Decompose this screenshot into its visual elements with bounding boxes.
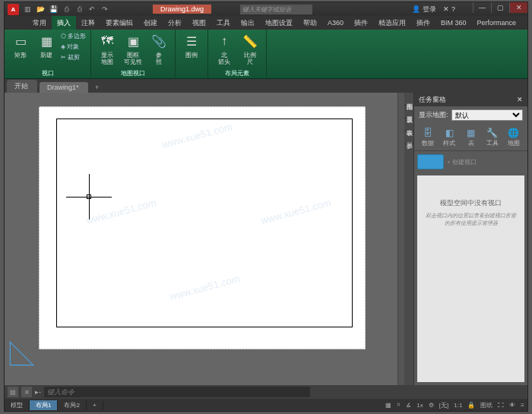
open-icon[interactable]: 📂 bbox=[36, 5, 45, 14]
side-tab[interactable]: 串联表 bbox=[404, 119, 413, 131]
side-tab[interactable]: 图形比例 bbox=[404, 93, 413, 106]
show-map-button[interactable]: 🗺显示 地图 bbox=[96, 31, 119, 66]
saveas-icon[interactable]: ⎙ bbox=[62, 5, 71, 14]
reference-icon: 📎 bbox=[150, 32, 168, 50]
btn-label: 矩形 bbox=[14, 52, 27, 58]
ribbon-tab[interactable]: 插件 bbox=[349, 16, 373, 30]
clip-vp-button[interactable]: ✂裁剪 bbox=[61, 52, 86, 62]
new-viewport-link[interactable]: + 创建视口 bbox=[447, 158, 477, 166]
ribbon-tab[interactable]: Performance bbox=[472, 16, 522, 30]
clip-icon: ✂ bbox=[61, 54, 66, 61]
status-mode[interactable]: 图纸 bbox=[479, 401, 494, 409]
new-tab-button[interactable]: + bbox=[91, 82, 103, 93]
document-tab-start[interactable]: 开始 bbox=[7, 80, 37, 93]
tp-tab-style[interactable]: ◧样式 bbox=[439, 125, 460, 149]
tp-tab-table[interactable]: ▦表 bbox=[460, 125, 481, 149]
polygon-icon: ⬠ bbox=[61, 33, 66, 40]
ribbon-tab[interactable]: 创建 bbox=[138, 16, 163, 30]
polygon-vp-button[interactable]: ⬠多边形 bbox=[61, 31, 86, 41]
ribbon-tab[interactable]: 视图 bbox=[187, 16, 211, 30]
side-tab[interactable]: 参照 bbox=[404, 131, 413, 144]
layout-tab-1[interactable]: 布局1 bbox=[30, 400, 58, 410]
undo-icon[interactable]: ↶ bbox=[87, 5, 97, 14]
object-icon: ◈ bbox=[61, 43, 65, 50]
map-icon: 🗺 bbox=[98, 32, 116, 50]
document-tab-drawing1[interactable]: Drawing1* bbox=[40, 82, 88, 93]
btn-label: 参 照 bbox=[156, 52, 162, 65]
rectangle-viewport-button[interactable]: ▭ 矩形 bbox=[9, 31, 32, 59]
close-button[interactable]: ✕ bbox=[509, 2, 527, 13]
command-input[interactable] bbox=[44, 387, 310, 397]
cmd-prompt: ▸- bbox=[35, 388, 41, 396]
ribbon-tab[interactable]: 帮助 bbox=[298, 16, 322, 30]
ribbon-tab[interactable]: 常用 bbox=[27, 16, 52, 30]
maximize-button[interactable]: ▢ bbox=[491, 2, 509, 13]
ribbon-tab[interactable]: 插件 bbox=[411, 16, 435, 30]
ribbon-tab[interactable]: 要素编辑 bbox=[100, 16, 138, 30]
new-viewport-button[interactable]: ▦ 新建 bbox=[35, 31, 58, 59]
panel-label: 布局元素 bbox=[213, 68, 261, 78]
ribbon-tab[interactable]: 注释 bbox=[76, 16, 100, 30]
status-customize-icon[interactable]: ≡ bbox=[519, 402, 526, 409]
status-polar-icon[interactable]: ∡ bbox=[404, 402, 413, 409]
showmap-select[interactable]: 默认 bbox=[451, 109, 523, 121]
help-icon[interactable]: ? bbox=[451, 5, 455, 13]
tp-tab-map[interactable]: 🌐地图 bbox=[503, 125, 524, 149]
ribbon-tab-active[interactable]: 插入 bbox=[52, 16, 76, 30]
ribbon-tab[interactable]: 工具 bbox=[211, 16, 236, 30]
viewport-small-buttons: ⬠多边形 ◈对象 ✂裁剪 bbox=[61, 31, 86, 62]
reference-button[interactable]: 📎参 照 bbox=[147, 31, 170, 66]
layout-tabs-bar: 模型 布局1 布局2 + ▦ ⌗ ∡ 1x ⚙ [无] 1:1 🔒 图纸 ⛶ 👁… bbox=[5, 399, 527, 411]
status-isolate-icon[interactable]: 👁 bbox=[508, 402, 517, 409]
status-ratio[interactable]: 1:1 bbox=[452, 402, 464, 409]
status-snap-icon[interactable]: ⌗ bbox=[395, 401, 402, 409]
panel-viewport: ▭ 矩形 ▦ 新建 ⬠多边形 ◈对象 ✂裁剪 视口 bbox=[5, 30, 91, 78]
ribbon-tab[interactable]: 地图设置 bbox=[260, 16, 298, 30]
layout-tab-model[interactable]: 模型 bbox=[5, 400, 30, 410]
viewport-thumb-selected[interactable] bbox=[417, 154, 444, 169]
panel-label bbox=[180, 77, 203, 78]
panel-layout-elements: ↑北 箭头 📏比例 尺 布局元素 bbox=[208, 30, 267, 78]
status-angle[interactable]: [无] bbox=[438, 401, 450, 409]
tp-tab-tools[interactable]: 🔧工具 bbox=[482, 125, 503, 149]
exchange-icon[interactable]: ✕ bbox=[443, 5, 449, 13]
side-tab[interactable]: 放置设置 bbox=[404, 106, 413, 119]
minimize-button[interactable]: — bbox=[473, 2, 491, 13]
scale-bar-button[interactable]: 📏比例 尺 bbox=[239, 31, 261, 66]
style-icon: ◧ bbox=[442, 127, 456, 139]
cmd-close-icon[interactable]: ✕ bbox=[21, 387, 32, 397]
layout-add-button[interactable]: + bbox=[87, 401, 103, 409]
redo-icon[interactable]: ↷ bbox=[100, 5, 109, 14]
app-logo-icon[interactable]: A bbox=[8, 4, 19, 15]
ribbon-tab[interactable]: 分析 bbox=[163, 16, 187, 30]
save-icon[interactable]: 💾 bbox=[49, 5, 58, 14]
object-vp-button[interactable]: ◈对象 bbox=[61, 42, 86, 52]
layout-canvas[interactable]: www.xue51.com www.xue51.com www.xue51.co… bbox=[5, 93, 397, 385]
status-scale[interactable]: 1x bbox=[415, 402, 424, 409]
ribbon-tab[interactable]: 精选应用 bbox=[373, 16, 411, 30]
legend-button[interactable]: ☰图例 bbox=[180, 31, 203, 59]
cmd-history-icon[interactable]: ▤ bbox=[8, 387, 18, 397]
status-gear-icon[interactable]: ⚙ bbox=[427, 402, 435, 409]
status-lock-icon[interactable]: 🔒 bbox=[466, 402, 477, 409]
table-icon: ▦ bbox=[464, 127, 478, 139]
help-search-input[interactable]: 键入关键字或短语 bbox=[240, 5, 312, 14]
user-signin[interactable]: 👤 登录 ✕ ? bbox=[412, 5, 455, 14]
btn-label: 比例 尺 bbox=[244, 52, 256, 65]
layout-tab-2[interactable]: 布局2 bbox=[58, 400, 86, 410]
ribbon-tab[interactable]: 输出 bbox=[236, 16, 260, 30]
new-icon[interactable]: ▥ bbox=[23, 5, 32, 14]
status-fullscreen-icon[interactable]: ⛶ bbox=[496, 402, 505, 409]
print-icon[interactable]: ⎙ bbox=[74, 5, 84, 14]
ribbon-tab[interactable]: A360 bbox=[322, 16, 349, 30]
taskpane-tool-tabs: 🗄数据 ◧样式 ▦表 🔧工具 🌐地图 bbox=[414, 124, 527, 151]
tp-tab-data[interactable]: 🗄数据 bbox=[417, 125, 439, 149]
image-frame-button[interactable]: ▣图框 可见性 bbox=[122, 31, 144, 66]
ribbon-panel-area: ▭ 矩形 ▦ 新建 ⬠多边形 ◈对象 ✂裁剪 视口 🗺显示 地图 ▣图框 可见性 bbox=[5, 30, 527, 79]
scrollbar-vertical[interactable] bbox=[397, 93, 404, 385]
ribbon-tab[interactable]: BIM 360 bbox=[435, 16, 472, 30]
status-grid-icon[interactable]: ▦ bbox=[384, 402, 393, 409]
taskpane-close-icon[interactable]: ✕ bbox=[517, 96, 523, 103]
north-arrow-button[interactable]: ↑北 箭头 bbox=[213, 31, 236, 66]
taskpane-title: 任务窗格 ✕ bbox=[414, 93, 527, 106]
